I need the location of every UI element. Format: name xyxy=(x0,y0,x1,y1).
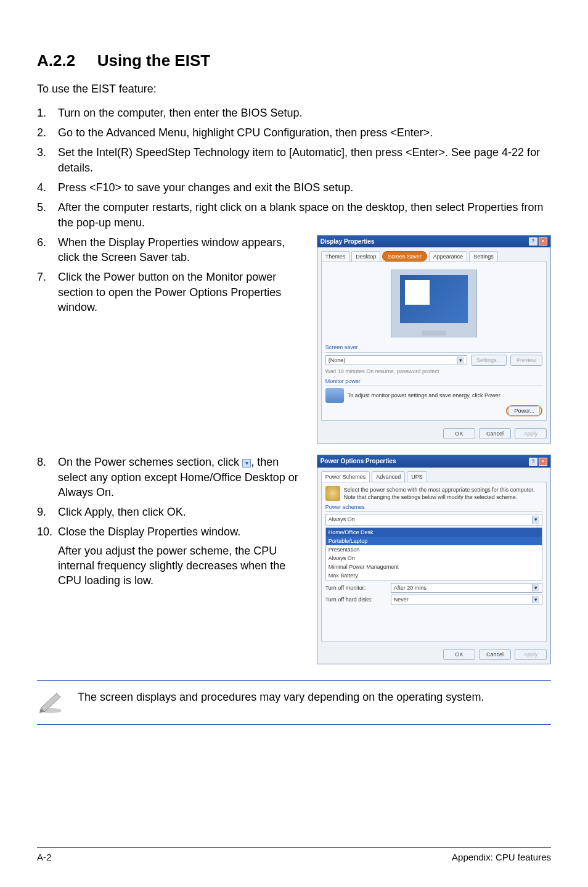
dropdown-option[interactable]: Max Battery xyxy=(326,571,542,580)
chevron-down-icon: ▾ xyxy=(457,357,464,364)
monitor-preview xyxy=(391,270,477,337)
section-title: Using the EIST xyxy=(97,51,210,70)
dropdown-option[interactable]: Home/Office Desk xyxy=(326,528,542,537)
step-6-text: When the Display Properties window appea… xyxy=(58,235,304,265)
turnoff-monitor-select[interactable]: After 20 mins▾ xyxy=(391,583,542,593)
step-7-text: Click the Power button on the Monitor po… xyxy=(58,270,304,315)
power-scheme-dropdown: Home/Office Desk Portable/Laptop Present… xyxy=(325,527,542,581)
step-9-text: Click Apply, then click OK. xyxy=(58,505,304,519)
close-icon[interactable]: × xyxy=(539,458,547,466)
tab-screensaver[interactable]: Screen Saver xyxy=(382,251,427,262)
power-button[interactable]: Power... xyxy=(508,406,540,416)
help-icon[interactable]: ? xyxy=(529,458,537,466)
footer-title: Appendix: CPU features xyxy=(452,851,551,864)
power-schemes-description: Select the power scheme with the most ap… xyxy=(344,486,542,501)
power-options-title: Power Options Properties xyxy=(321,457,396,466)
cancel-button[interactable]: Cancel xyxy=(479,649,511,660)
step-10-subtext: After you adjust the power scheme, the C… xyxy=(58,543,304,588)
power-scheme-select[interactable]: Always On ▾ xyxy=(325,514,542,525)
step-4-text: Press <F10> to save your changes and exi… xyxy=(58,180,551,195)
close-icon[interactable]: × xyxy=(539,237,547,245)
tab-settings[interactable]: Settings xyxy=(469,251,498,262)
step-1-text: Turn on the computer, then enter the BIO… xyxy=(58,105,551,120)
dropdown-option[interactable]: Always On xyxy=(326,554,542,563)
monitor-power-text: To adjust monitor power settings and sav… xyxy=(348,392,542,399)
chevron-down-icon: ▾ xyxy=(532,516,539,523)
turnoff-monitor-label: Turn off monitor: xyxy=(325,584,387,592)
dropdown-option[interactable]: Presentation xyxy=(326,545,542,554)
step-2-text: Go to the Advanced Menu, highlight CPU C… xyxy=(58,125,551,140)
tab-themes[interactable]: Themes xyxy=(321,251,350,262)
note-text: The screen displays and procedures may v… xyxy=(78,690,484,704)
section-number: A.2.2 xyxy=(37,51,75,70)
tab-appearance[interactable]: Appearance xyxy=(429,251,468,262)
step-5-text: After the computer restarts, right click… xyxy=(58,200,551,230)
ok-button[interactable]: OK xyxy=(443,428,475,439)
step-9-num: 9. xyxy=(37,505,58,519)
power-plug-icon xyxy=(325,486,340,501)
tab-advanced[interactable]: Advanced xyxy=(372,471,405,482)
display-properties-title: Display Properties xyxy=(321,237,375,246)
step-5-num: 5. xyxy=(37,200,58,230)
screensaver-select[interactable]: (None)▾ xyxy=(325,355,467,365)
monitor-power-icon xyxy=(325,388,344,403)
step-8-text: On the Power schemes section, click ▾, t… xyxy=(58,455,304,500)
step-3-num: 3. xyxy=(37,145,58,175)
intro-text: To use the EIST feature: xyxy=(37,81,551,96)
screensaver-group-header: Screen saver xyxy=(325,344,542,352)
page-number: A-2 xyxy=(37,851,51,864)
ok-button[interactable]: OK xyxy=(443,649,475,660)
step-10-text: Close the Display Properties window. xyxy=(58,526,240,538)
tab-power-schemes[interactable]: Power Schemes xyxy=(321,471,370,482)
screensaver-preview-button[interactable]: Preview xyxy=(510,355,542,366)
power-schemes-header: Power schemes xyxy=(325,503,542,512)
chevron-down-icon: ▾ xyxy=(532,584,539,592)
turnoff-hd-select[interactable]: Never▾ xyxy=(391,595,542,604)
step-10-num: 10. xyxy=(37,524,58,588)
apply-button[interactable]: Apply xyxy=(515,649,547,660)
screensaver-settings-button[interactable]: Settings... xyxy=(471,355,507,366)
chevron-down-icon: ▾ xyxy=(532,596,539,603)
tab-ups[interactable]: UPS xyxy=(407,471,427,482)
step-8-num: 8. xyxy=(37,455,58,500)
apply-button[interactable]: Apply xyxy=(515,428,547,439)
dropdown-option-selected[interactable]: Portable/Laptop xyxy=(326,537,542,545)
power-scheme-value: Always On xyxy=(329,516,355,523)
cancel-button[interactable]: Cancel xyxy=(479,428,511,439)
note-icon xyxy=(37,690,64,714)
step-7-num: 7. xyxy=(37,270,58,315)
monitor-power-header: Monitor power xyxy=(325,377,542,386)
step-2-num: 2. xyxy=(37,125,58,140)
tab-desktop[interactable]: Desktop xyxy=(351,251,380,262)
help-icon[interactable]: ? xyxy=(529,237,537,245)
chevron-down-icon: ▾ xyxy=(242,459,251,468)
turnoff-hd-label: Turn off hard disks: xyxy=(325,596,387,603)
section-heading: A.2.2 Using the EIST xyxy=(37,49,551,72)
wait-row: Wait 10 minutes On resume, password prot… xyxy=(325,368,542,375)
power-options-window: Power Options Properties ? × Power Schem… xyxy=(317,455,551,664)
step-1-num: 1. xyxy=(37,105,58,120)
step-4-num: 4. xyxy=(37,180,58,195)
step-6-num: 6. xyxy=(37,235,58,265)
display-properties-window: Display Properties ? × Themes Desktop Sc… xyxy=(317,235,551,444)
dropdown-option[interactable]: Minimal Power Management xyxy=(326,563,542,571)
step-3-text: Set the Intel(R) SpeedStep Technology it… xyxy=(58,145,551,175)
